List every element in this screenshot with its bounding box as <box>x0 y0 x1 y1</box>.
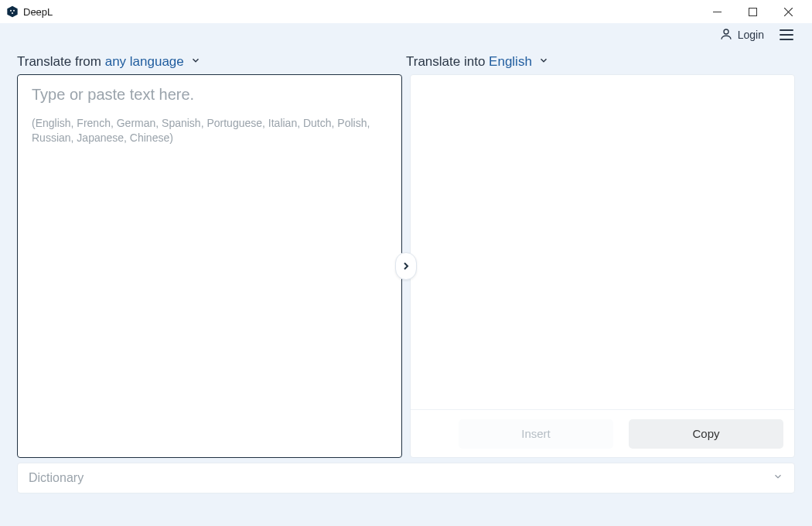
svg-point-1 <box>13 10 15 12</box>
window-controls <box>699 0 806 23</box>
chevron-down-icon <box>190 54 201 70</box>
chevron-down-icon <box>538 54 549 70</box>
source-lang-value: any language <box>105 54 184 69</box>
app-logo-icon <box>6 5 19 18</box>
svg-point-5 <box>724 29 728 34</box>
svg-point-2 <box>12 12 13 14</box>
target-lang-prefix: Translate into <box>406 54 489 69</box>
source-text-pane[interactable]: Type or paste text here. (English, Frenc… <box>17 74 402 458</box>
svg-rect-3 <box>713 12 722 12</box>
source-lang-prefix: Translate from <box>17 54 105 69</box>
user-icon <box>719 27 733 43</box>
svg-rect-4 <box>749 8 756 15</box>
top-toolbar: Login <box>3 23 809 46</box>
source-placeholder-main: Type or paste text here. <box>32 86 387 104</box>
swap-languages-button[interactable] <box>395 252 417 280</box>
target-text-output <box>411 75 794 409</box>
maximize-button[interactable] <box>735 0 770 23</box>
output-actions: Insert Copy <box>411 409 794 457</box>
app-title: DeepL <box>23 6 53 18</box>
copy-button[interactable]: Copy <box>629 419 783 449</box>
dictionary-label: Dictionary <box>29 471 84 485</box>
source-language-selector[interactable]: Translate from any language <box>17 54 406 70</box>
target-lang-value: English <box>489 54 532 69</box>
minimize-button[interactable] <box>699 0 735 23</box>
chevron-down-icon <box>773 471 783 485</box>
close-button[interactable] <box>770 0 806 23</box>
login-button[interactable]: Login <box>719 27 764 43</box>
target-text-pane: Insert Copy <box>410 74 795 458</box>
source-placeholder-languages: (English, French, German, Spanish, Portu… <box>32 116 380 145</box>
translation-panes: Type or paste text here. (English, Frenc… <box>3 74 809 458</box>
app-body: Login Translate from any language Transl… <box>0 23 812 526</box>
titlebar: DeepL <box>0 0 812 23</box>
insert-button[interactable]: Insert <box>459 419 613 449</box>
svg-point-0 <box>10 10 12 12</box>
source-text-input[interactable]: Type or paste text here. (English, Frenc… <box>18 75 401 457</box>
dictionary-toggle[interactable]: Dictionary <box>17 463 795 494</box>
login-label: Login <box>738 29 764 41</box>
menu-button[interactable] <box>778 28 795 42</box>
target-language-selector[interactable]: Translate into English <box>406 54 795 70</box>
language-selectors: Translate from any language Translate in… <box>3 46 809 74</box>
